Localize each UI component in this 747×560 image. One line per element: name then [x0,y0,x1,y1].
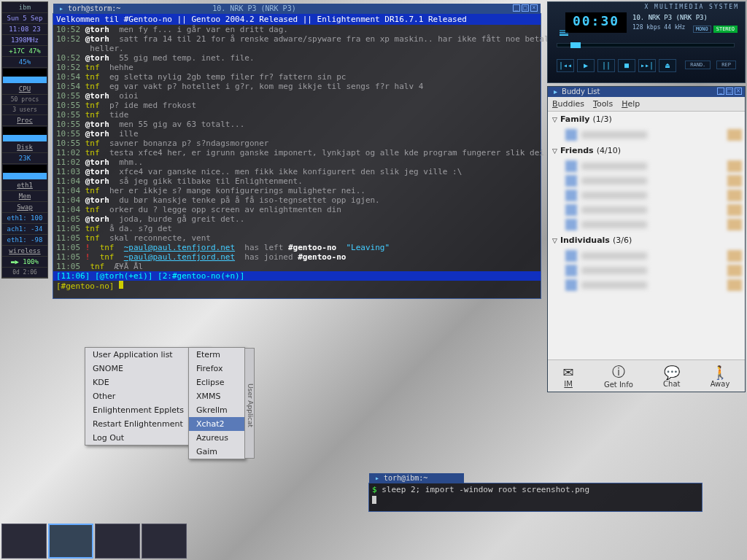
seek-slider[interactable] [557,43,735,47]
repeat-button[interactable]: REP [716,61,736,69]
buddy-status-icon [565,279,577,291]
pause-button[interactable]: || [597,59,615,72]
eject-button[interactable]: ⏏ [659,59,676,72]
buddy-contact[interactable] [565,189,742,202]
prev-button[interactable]: |◂◂ [557,59,574,72]
workspace-pager[interactable] [1,524,187,559]
irc-line: 10:55 tnf savner bonanza p? s?ndagsmorgo… [53,139,541,148]
terminal-titlebar[interactable]: ▸ torh@storm:~ 10. NRK P3 (NRK P3) _ □ × [53,4,541,14]
terminal-titlebar[interactable]: ▸ torh@ibm:~ [369,473,464,483]
track-title: 10. NRK P3 (NRK P3) [632,14,708,21]
chat-button[interactable]: 💬Chat [663,365,680,388]
channel-topic: Velkommen til #Gentoo-no || Gentoo 2004.… [53,14,541,25]
buddy-name [581,192,647,199]
window-menu-icon[interactable]: ▸ [554,88,557,96]
buddy-contact[interactable] [565,264,742,277]
workspace-thumb[interactable] [1,524,47,559]
buddy-contact[interactable] [565,160,742,173]
play-button[interactable]: ▶ [577,59,595,72]
buddy-group-header[interactable]: ▽ Family (1/3) [548,112,745,127]
irc-line: 11:05 tnf Æ¥Å Ål [53,262,541,271]
ath1-stat: ach1: -34 [2,224,47,235]
buddy-list-window[interactable]: ▸ Buddy List _ □ × Buddies Tools Help ▽ … [547,86,746,392]
buddy-status-icon [565,250,577,262]
cpu-load: 45% [2,57,47,68]
menu-item[interactable]: Azureus [189,431,244,445]
stop-button[interactable]: ■ [618,59,635,72]
workspace-thumb[interactable] [48,524,93,559]
shell-command: sleep 2; import -window root screenshot.… [382,485,589,494]
disk-rate: 23K [2,153,47,164]
minimize-icon[interactable]: _ [717,88,724,95]
minimize-icon[interactable]: _ [513,4,520,12]
irc-line: 10:55 @torh oioi [53,91,541,101]
close-icon[interactable]: × [735,88,742,95]
buddy-name [581,252,647,260]
buddy-status-icon [565,204,577,216]
buddy-name [581,163,647,170]
shell-line: $ sleep 2; import -window root screensho… [369,483,702,496]
window-titlebar[interactable]: ▸ Buddy List _ □ × [548,87,745,97]
terminal-title: torh@storm:~ [68,4,120,13]
xmms-tab-label: 10. NRK P3 (NRK P3) [212,4,295,13]
buddy-contact[interactable] [565,203,742,217]
disk-label: Disk [2,142,47,153]
eth1-stat: eth1: 100 [2,213,47,224]
window-menu-icon[interactable]: ▸ [59,4,63,13]
cursor [372,496,376,504]
irc-input[interactable]: [#gentoo-no] [53,281,541,291]
irc-log: 10:52 @torh men fy f... i går var en dri… [53,25,541,243]
buddy-name [581,177,647,184]
irc-line: 10:52 @torh satt fra 14 til 21 for å ren… [53,34,541,44]
info-button[interactable]: ⓘGet Info [604,363,633,389]
maximize-icon[interactable]: □ [726,88,733,95]
menu-item[interactable]: XMMS [189,389,244,403]
menu-item[interactable]: Firefox [189,362,244,376]
system-monitor: ibm Sun 5 Sep 11:08 23 1398MHz +17C 47% … [1,1,48,279]
maximize-icon[interactable]: □ [522,4,529,12]
buddy-group-header[interactable]: ▽ Individuals (3/6) [548,233,745,248]
menu-buddies[interactable]: Buddies [552,99,584,109]
irc-line: 10:52 tnf hehhe [53,63,541,72]
workspace-thumb[interactable] [142,524,187,559]
menu-item[interactable]: Eterm [189,348,244,362]
mono-indicator: MONO [693,26,711,33]
menu-item[interactable]: Gaim [189,445,244,459]
buddy-contact[interactable] [565,279,742,292]
irc-line: 10:54 tnf eg sletta nylig 2gb temp filer… [53,72,541,82]
window-menu-icon[interactable]: ▸ [375,474,379,483]
xmms-player[interactable]: X MULTIMEDIA SYSTEM 00:30 10. NRK P3 (NR… [547,1,746,83]
close-icon[interactable]: × [530,4,538,12]
uptime: 0d 2:06 [2,268,47,278]
buddy-status-icon [565,160,577,172]
buddy-status-icon [565,129,577,141]
buddy-service-icon [727,204,742,216]
battery: ▬▶ 100% [2,257,47,268]
menu-help[interactable]: Help [622,99,640,109]
next-button[interactable]: ▸▸| [638,59,656,72]
menu-item[interactable]: Xchat2 [189,417,244,431]
audio-mode: MONO STEREO [693,26,738,33]
seek-thumb[interactable] [570,42,581,48]
buddy-group-header[interactable]: ▽ Friends (4/10) [548,143,745,158]
im-button[interactable]: ✉IM [563,365,574,388]
buddy-contact[interactable] [565,218,742,231]
irc-terminal[interactable]: ▸ torh@storm:~ 10. NRK P3 (NRK P3) _ □ ×… [53,13,541,299]
buddy-contact[interactable] [565,174,742,187]
away-button[interactable]: 🚶Away [711,365,730,388]
cpu-freq: 1398MHz [2,35,47,46]
menu-tools[interactable]: Tools [593,99,613,109]
menu-item[interactable]: Eclipse [189,376,244,389]
away-icon: 🚶 [711,365,730,380]
workspace-thumb[interactable] [95,524,140,559]
shell-terminal[interactable]: ▸ torh@ibm:~ $ sleep 2; import -window r… [368,483,703,512]
buddy-contact[interactable] [565,128,742,141]
buddy-contact[interactable] [565,249,742,262]
buddy-name [581,206,647,214]
buddy-name [581,267,647,274]
desktop-submenu[interactable]: EtermFirefoxEclipseXMMSGkrellmXchat2Azur… [188,347,245,459]
time: 11:08 23 [2,24,47,35]
shuffle-button[interactable]: RAND. [685,61,711,69]
menu-item[interactable]: Gkrellm [189,403,244,417]
temp: +17C 47% [2,46,47,57]
